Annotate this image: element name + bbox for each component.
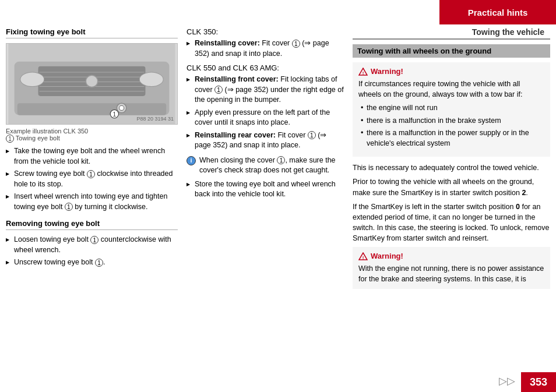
clk550-step-1: Reinstalling front cover: Fit locking ta… bbox=[186, 75, 344, 105]
clk350-step-1: Reinstalling cover: Fit cover 1 (⇒ page … bbox=[186, 38, 344, 59]
svg-text:!: ! bbox=[363, 255, 364, 260]
svg-point-15 bbox=[139, 72, 163, 87]
para2: Prior to towing the vehicle with all whe… bbox=[353, 176, 550, 197]
para1: This is necessary to adequately control … bbox=[353, 163, 550, 173]
fixing-steps-list: Take the towing eye bolt and the wheel w… bbox=[6, 146, 178, 212]
warning-triangle-icon: ! bbox=[358, 68, 368, 76]
svg-text:1: 1 bbox=[113, 111, 117, 118]
middle-column: CLK 350: Reinstalling cover: Fit cover 1… bbox=[186, 24, 344, 392]
warning-title-2: ! Warning! bbox=[358, 252, 544, 260]
svg-point-9 bbox=[86, 75, 97, 87]
fixing-step-1: Take the towing eye bolt and the wheel w… bbox=[6, 146, 178, 167]
image-watermark: P88 20 3194 31 bbox=[136, 116, 174, 122]
removing-step-1: Loosen towing eye bolt 1 counterclockwis… bbox=[6, 235, 178, 255]
para3-bold: 0 bbox=[516, 203, 520, 211]
towing-banner: Towing with all wheels on the ground bbox=[353, 44, 550, 58]
clk550-step-3: Reinstalling rear cover: Fit cover 1 (⇒ … bbox=[186, 130, 344, 151]
fixing-step-3: Insert wheel wrench into towing eye and … bbox=[6, 192, 178, 212]
left-column: Fixing towing eye bolt bbox=[6, 24, 178, 392]
clk550-step-2: Apply even pressure on the left part of … bbox=[186, 108, 344, 128]
warning2-text: With the engine not running, there is no… bbox=[358, 263, 544, 284]
removing-steps-list: Loosen towing eye bolt 1 counterclockwis… bbox=[6, 235, 178, 268]
section-fixing-heading: Fixing towing eye bolt bbox=[6, 27, 178, 38]
page-header: Practical hints bbox=[0, 0, 556, 24]
warning-triangle-icon-2: ! bbox=[358, 252, 368, 260]
fixing-step-2: Screw towing eye bolt 1 clockwise into t… bbox=[6, 169, 178, 189]
extra-step-1: Store the towing eye bolt and wheel wren… bbox=[186, 179, 344, 200]
clk550-label: CLK 550 and CLK 63 AMG: bbox=[186, 63, 344, 72]
main-content: Fixing towing eye bolt bbox=[0, 24, 556, 392]
para2-bold: 2 bbox=[522, 189, 526, 197]
car-image: 1 P88 20 3194 31 bbox=[6, 43, 178, 125]
bullet-3: there is a malfunction in the power supp… bbox=[358, 128, 544, 149]
warning-box-2: ! Warning! With the engine not running, … bbox=[353, 247, 550, 289]
circle-num-1: 1 bbox=[6, 135, 14, 143]
warning-box-1: ! Warning! If circumstances require towi… bbox=[353, 62, 550, 157]
header-title: Practical hints bbox=[439, 0, 556, 24]
extra-steps: Store the towing eye bolt and wheel wren… bbox=[186, 179, 344, 200]
para3: If the SmartKey is left in the starter s… bbox=[353, 202, 550, 244]
section-removing-heading: Removing towing eye bolt bbox=[6, 219, 178, 230]
bullet-1: the engine will not run bbox=[358, 103, 544, 114]
page-number: 353 bbox=[521, 372, 556, 392]
right-column: Towing the vehicle Towing with all wheel… bbox=[353, 24, 550, 392]
svg-point-14 bbox=[20, 72, 44, 87]
bullet-2: there is a malfunction in the brake syst… bbox=[358, 116, 544, 126]
svg-point-11 bbox=[119, 105, 124, 110]
info-note: i When closing the cover 1, make sure th… bbox=[186, 156, 344, 176]
svg-rect-2 bbox=[17, 103, 167, 115]
sub-header-title: Towing the vehicle bbox=[472, 27, 550, 37]
info-icon: i bbox=[186, 156, 196, 165]
clk350-label: CLK 350: bbox=[186, 27, 344, 36]
info-note-text: When closing the cover 1, make sure the … bbox=[199, 156, 344, 176]
warning-title-1: ! Warning! bbox=[358, 67, 544, 76]
svg-text:!: ! bbox=[363, 70, 364, 75]
removing-step-2: Unscrew towing eye bolt 1. bbox=[6, 257, 178, 268]
warning1-intro: If circumstances require towing the vehi… bbox=[358, 79, 544, 100]
forward-arrow-icon: ▷▷ bbox=[499, 375, 515, 387]
clk550-steps: Reinstalling front cover: Fit locking ta… bbox=[186, 75, 344, 151]
warning1-bullets: the engine will not run there is a malfu… bbox=[358, 103, 544, 149]
sub-header: Towing the vehicle bbox=[353, 27, 550, 40]
clk350-steps: Reinstalling cover: Fit cover 1 (⇒ page … bbox=[186, 38, 344, 59]
image-caption: Example illustration CLK 350 1 Towing ey… bbox=[6, 128, 178, 143]
